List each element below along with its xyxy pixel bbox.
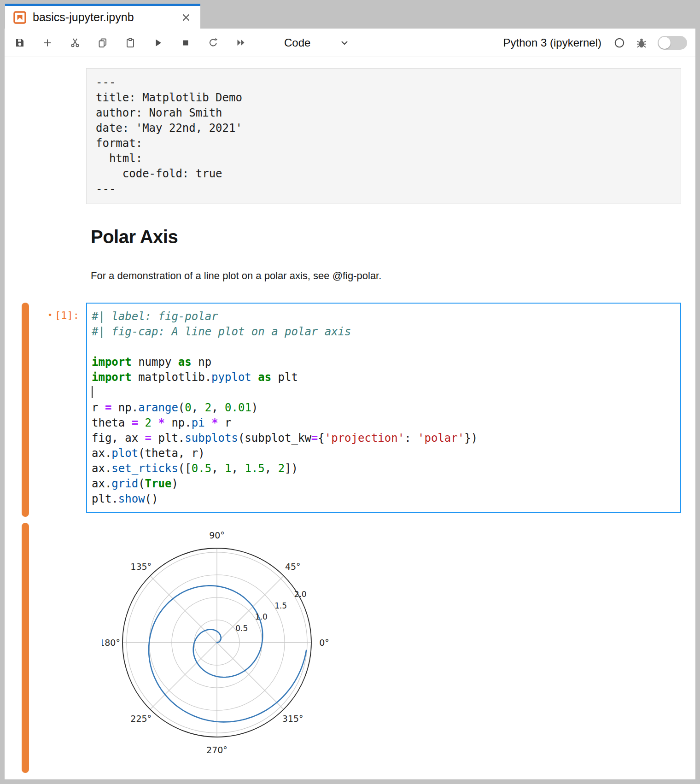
run-cell-button[interactable] [152, 37, 163, 48]
cell-type-dropdown[interactable]: Code [284, 36, 350, 49]
r-tick-label: 1.0 [255, 612, 268, 621]
tab-title: basics-jupyter.ipynb [33, 11, 179, 24]
code-line: #| label: fig-polar [92, 309, 676, 324]
copy-cells-button[interactable] [97, 37, 108, 48]
bug-icon[interactable] [636, 37, 648, 49]
paste-cells-button[interactable] [125, 37, 136, 48]
notebook-file-icon [13, 11, 26, 24]
code-cell-editor[interactable]: #| label: fig-polar#| fig-cap: A line pl… [86, 303, 681, 513]
code-line: #| fig-cap: A line plot on a polar axis [92, 324, 676, 339]
insert-cell-button[interactable] [42, 37, 53, 48]
theta-tick-label: 315° [282, 714, 303, 724]
code-line [92, 339, 676, 355]
save-icon [14, 37, 25, 49]
r-tick-label: 2.0 [294, 590, 307, 599]
output-collapser-bar[interactable] [22, 523, 29, 773]
copy-icon [97, 37, 108, 49]
r-tick-label: 0.5 [235, 624, 248, 633]
theta-tick-label: 270° [206, 745, 228, 755]
notebook-panel: --- title: Matplotlib Demo author: Norah… [5, 57, 695, 779]
plus-icon [42, 37, 53, 49]
input-collapser-bar[interactable] [22, 303, 29, 517]
code-line: ax.grid(True) [92, 476, 676, 491]
code-line: import numpy as np [92, 355, 676, 370]
theta-tick-label: 225° [130, 714, 152, 724]
raw-frontmatter-cell[interactable]: --- title: Matplotlib Demo author: Norah… [86, 68, 681, 204]
polar-plot-output: 0°45°90°135°180°225°270°315°0.51.01.52.0 [102, 518, 337, 769]
tab-close-icon[interactable] [179, 11, 193, 24]
theta-tick-label: 45° [285, 562, 301, 572]
code-line: r = np.arange(0, 2, 0.01) [92, 400, 676, 415]
notebook-tab[interactable]: basics-jupyter.ipynb [5, 4, 200, 29]
theta-tick-label: 90° [209, 530, 225, 540]
theta-tick-label: 180° [102, 638, 120, 648]
chevron-down-icon [339, 37, 350, 48]
code-line [92, 385, 676, 400]
code-line: fig, ax = plt.subplots(subplot_kw={'proj… [92, 431, 676, 446]
jupyterlab-window: basics-jupyter.ipynb [0, 0, 700, 784]
markdown-heading: Polar Axis [91, 227, 178, 247]
fast-forward-icon [235, 36, 246, 49]
save-button[interactable] [14, 37, 25, 48]
markdown-paragraph: For a demonstration of a line plot on a … [91, 270, 381, 282]
paste-icon [125, 37, 136, 49]
cell-type-value: Code [284, 36, 310, 49]
code-line: plt.show() [92, 491, 676, 507]
execution-count-label: [1]: [55, 310, 79, 321]
simple-interface-toggle[interactable] [658, 36, 687, 50]
theta-tick-label: 0° [319, 638, 329, 648]
scissors-icon [70, 36, 81, 49]
text-cursor [92, 386, 93, 398]
theta-tick-label: 135° [130, 562, 152, 572]
toggle-knob [659, 37, 671, 49]
restart-run-all-button[interactable] [235, 37, 246, 48]
restart-icon [208, 36, 219, 49]
run-icon [152, 37, 163, 49]
code-line: theta = 2 * np.pi * r [92, 415, 676, 431]
kernel-name[interactable]: Python 3 (ipykernel) [503, 36, 601, 49]
interrupt-kernel-button[interactable] [180, 37, 191, 48]
theta-gridline [217, 643, 284, 709]
execution-count: •[1]: [28, 310, 79, 321]
r-tick-label: 1.5 [274, 601, 287, 610]
stop-icon [180, 37, 191, 49]
cell-run-dot: • [47, 310, 52, 320]
theta-gridline [150, 643, 217, 709]
kernel-status-icon [613, 37, 625, 49]
theta-gridline [217, 576, 284, 643]
code-line: ax.plot(theta, r) [92, 446, 676, 461]
code-line: import matplotlib.pyplot as plt [92, 370, 676, 385]
notebook-toolbar: Code Python 3 (ipykernel) [5, 29, 695, 57]
code-line: ax.set_rticks([0.5, 1, 1.5, 2]) [92, 461, 676, 476]
cut-cells-button[interactable] [70, 37, 81, 48]
restart-kernel-button[interactable] [208, 37, 219, 48]
